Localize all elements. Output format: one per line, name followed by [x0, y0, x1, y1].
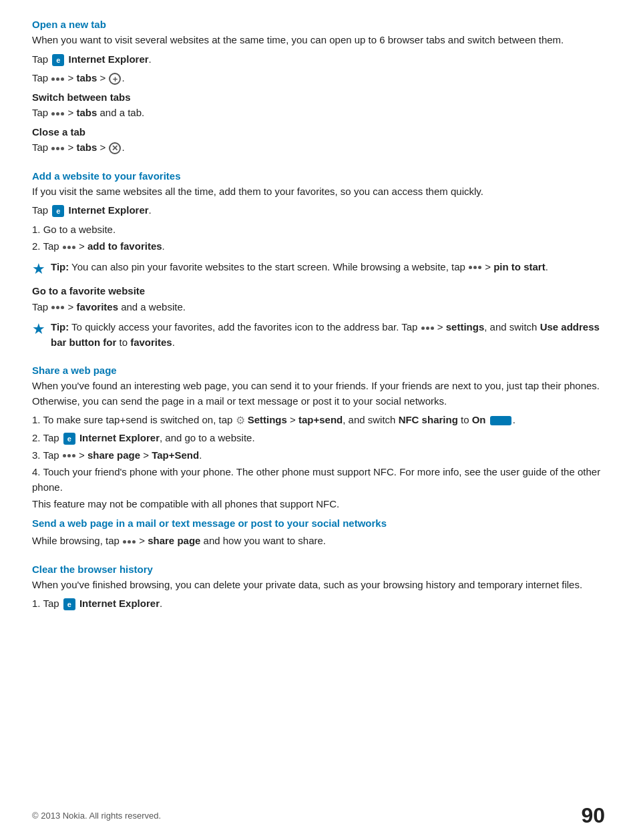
- open-tap-dots: Tap > tabs > +.: [32, 71, 605, 86]
- star-icon-1: ★: [32, 260, 45, 279]
- circle-x-icon: ✕: [109, 142, 121, 154]
- favorites-desc: If you visit the same websites all the t…: [32, 184, 605, 200]
- send-heading: Send a web page in a mail or text messag…: [32, 516, 605, 532]
- tip-text-1: Tip: You can also pin your favorite webs…: [51, 260, 548, 275]
- three-dots-8: [63, 454, 75, 457]
- clear-step1: 1. Tap e Internet Explorer.: [32, 596, 605, 612]
- section-add-favorites: Add a website to your favorites If you v…: [32, 170, 605, 351]
- share-desc: When you've found an interesting web pag…: [32, 379, 605, 409]
- share-step3: 3. Tap > share page > Tap+Send.: [32, 448, 605, 463]
- share-step1: 1. To make sure tap+send is switched on,…: [32, 413, 605, 429]
- go-fav-desc: Tap > favorites and a website.: [32, 300, 605, 315]
- clear-desc: When you've finished browsing, you can d…: [32, 578, 605, 593]
- three-dots-7: [421, 327, 434, 330]
- ie-icon-share: e: [63, 433, 75, 445]
- tip-block-1: ★ Tip: You can also pin your favorite we…: [32, 260, 605, 279]
- go-fav-title: Go to a favorite website: [32, 284, 605, 299]
- send-desc: While browsing, tap > share page and how…: [32, 534, 605, 549]
- copyright: © 2013 Nokia. All rights reserved.: [32, 811, 161, 821]
- section-share: Share a web page When you've found an in…: [32, 365, 605, 549]
- nfc-note: This feature may not be compatible with …: [32, 497, 605, 512]
- section-clear-history: Clear the browser history When you've fi…: [32, 564, 605, 612]
- close-tab-title: Close a tab: [32, 125, 605, 140]
- star-icon-2: ★: [32, 320, 45, 339]
- three-dots-2: [51, 112, 64, 116]
- open-tap-ie: Tap e Internet Explorer.: [32, 52, 605, 67]
- favorites-tap-ie: Tap e Internet Explorer.: [32, 203, 605, 218]
- fav-step2: 2. Tap > add to favorites.: [32, 239, 605, 254]
- share-step4: 4. Touch your friend's phone with your p…: [32, 465, 605, 495]
- section-title-open-new-tab: Open a new tab: [32, 19, 605, 30]
- three-dots-6: [51, 306, 64, 309]
- page-number: 90: [581, 803, 605, 828]
- three-dots-3: [51, 147, 64, 150]
- open-new-tab-desc: When you want to visit several websites …: [32, 33, 605, 48]
- share-step2: 2. Tap e Internet Explorer, and go to a …: [32, 431, 605, 446]
- tap-label2: Tap: [32, 72, 48, 83]
- section-title-clear: Clear the browser history: [32, 564, 605, 575]
- close-tab-desc: Tap > tabs > ✕.: [32, 140, 605, 156]
- fav-step1: 1. Go to a website.: [32, 222, 605, 238]
- tip-text-2: Tip: To quickly access your favorites, a…: [51, 320, 605, 350]
- switch-tabs-title: Switch between tabs: [32, 90, 605, 106]
- tip-block-2: ★ Tip: To quickly access your favorites,…: [32, 320, 605, 350]
- section-open-new-tab: Open a new tab When you want to visit se…: [32, 19, 605, 156]
- section-title-favorites: Add a website to your favorites: [32, 170, 605, 182]
- ie-icon: e: [52, 54, 64, 66]
- section-title-share: Share a web page: [32, 365, 605, 376]
- gear-icon: ⚙: [236, 415, 245, 426]
- three-dots-5: [469, 266, 481, 269]
- circle-plus-icon: +: [109, 73, 121, 85]
- switch-tabs-desc: Tap > tabs and a tab.: [32, 106, 605, 121]
- footer: © 2013 Nokia. All rights reserved. 90: [32, 803, 605, 828]
- ie-icon-fav: e: [52, 205, 64, 217]
- three-dots-1: [51, 77, 64, 81]
- three-dots-9: [123, 540, 136, 544]
- tap-label: Tap: [32, 53, 48, 65]
- nfc-toggle: [490, 416, 511, 425]
- three-dots-4: [63, 246, 75, 249]
- ie-label: Internet Explorer: [69, 53, 149, 65]
- ie-icon-clear: e: [63, 598, 75, 610]
